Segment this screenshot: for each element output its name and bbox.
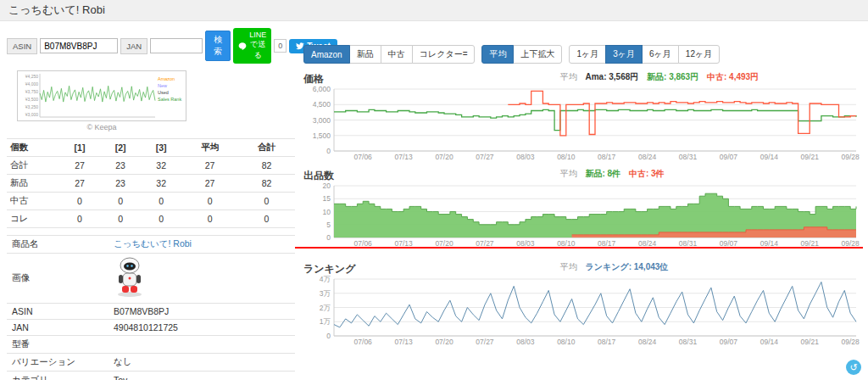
filter-new-button[interactable]: 新品 [349, 45, 381, 64]
counts-header: [3] [141, 139, 181, 157]
scroll-top-button[interactable]: ↺ [846, 360, 861, 375]
counts-header-row: 個数 [1] [2] [3] 平均 合計 [7, 139, 295, 157]
row-label: 中古 [7, 193, 59, 210]
listings-chart-title: 出品数 [303, 170, 334, 182]
left-panel: ASIN JAN 検索 LINEで送る 0 Tweet [7, 28, 295, 380]
svg-text:09/28: 09/28 [842, 153, 860, 161]
svg-text:08/17: 08/17 [598, 153, 616, 161]
cell: 23 [100, 157, 141, 175]
row-label: 新品 [7, 175, 59, 193]
svg-text:Sales Rank: Sales Rank [158, 97, 181, 102]
asin-input[interactable] [40, 38, 118, 53]
average-toggle-button[interactable]: 平均 [481, 45, 514, 64]
search-button[interactable]: 検索 [205, 31, 231, 61]
row-label: ASIN [7, 304, 108, 320]
price-chart-title: 価格 [303, 73, 324, 85]
table-row: 合計 27 23 32 27 82 [7, 157, 295, 175]
svg-text:0: 0 [326, 233, 331, 242]
svg-text:08/31: 08/31 [679, 338, 698, 346]
ranking-chart-title: ランキング [303, 263, 355, 275]
row-label: 画像 [7, 254, 108, 304]
legend-new-price: 新品: 3,863円 [647, 72, 698, 81]
page-header: こっちむいて! Robi [0, 0, 868, 21]
asin-label: ASIN [7, 38, 37, 54]
cell: 23 [100, 175, 141, 193]
svg-text:07/20: 07/20 [435, 338, 453, 346]
svg-text:15: 15 [323, 194, 331, 203]
red-divider-line [295, 247, 863, 249]
svg-text:07/06: 07/06 [354, 153, 373, 161]
main-content: ASIN JAN 検索 LINEで送る 0 Tweet [0, 21, 868, 380]
keepa-thumbnail-chart[interactable]: ¥4,250¥4,000¥3,750¥3,500¥3,250¥3,000Amaz… [17, 70, 186, 121]
filter-amazon-button[interactable]: Amazon [303, 45, 350, 64]
price-chart-section: 価格 平均 Ama: 3,568円 新品: 3,863円 中古: 4,493円 … [303, 70, 861, 162]
table-row: ASIN B07M8VB8PJ [7, 304, 295, 320]
svg-text:¥3,750: ¥3,750 [25, 89, 39, 94]
cell: 0 [59, 210, 100, 228]
svg-text:¥4,000: ¥4,000 [25, 81, 39, 87]
ranking-chart[interactable]: 01万2万3万4万07/0607/1307/2007/2708/0308/100… [303, 276, 861, 347]
svg-text:07/13: 07/13 [394, 338, 413, 346]
ranking-chart-section: ランキング 平均 ランキング: 14,043位 01万2万3万4万07/0607… [303, 260, 861, 347]
cell: 0 [141, 193, 181, 210]
cell: 0 [141, 210, 181, 228]
legend-avg-rank: ランキング: 14,043位 [585, 262, 668, 271]
cell: 27 [59, 157, 100, 175]
product-name-link[interactable]: こっちむいて! Robi [114, 238, 192, 249]
table-row: カテゴリ Toy [7, 372, 295, 380]
line-icon [238, 42, 247, 50]
cell: 4904810121725 [108, 320, 295, 336]
filter-collector-button[interactable]: コレクター= [412, 45, 476, 64]
svg-text:08/03: 08/03 [516, 338, 535, 346]
jan-label: JAN [120, 38, 147, 54]
cell: 32 [141, 175, 181, 193]
table-row: 中古 0 0 0 0 0 [7, 193, 295, 210]
svg-text:09/21: 09/21 [801, 153, 820, 161]
svg-text:4万: 4万 [320, 276, 331, 283]
row-label: コレ [7, 210, 59, 228]
legend-used-count: 中古: 3件 [629, 169, 665, 178]
row-label: 合計 [7, 157, 59, 175]
range-1month-button[interactable]: 1ヶ月 [569, 45, 606, 64]
svg-text:08/31: 08/31 [679, 153, 698, 161]
cell: 0 [238, 210, 295, 228]
range-6month-button[interactable]: 6ヶ月 [642, 45, 679, 64]
svg-text:08/24: 08/24 [638, 153, 657, 161]
keepa-thumbnail: ¥4,250¥4,000¥3,750¥3,500¥3,250¥3,000Amaz… [17, 70, 186, 131]
table-row: バリエーション なし [7, 354, 295, 372]
price-chart[interactable]: 01,5003,0004,5006,00007/0607/1307/2007/2… [303, 86, 861, 162]
svg-text:1万: 1万 [320, 317, 331, 326]
range-12month-button[interactable]: 12ヶ月 [678, 45, 720, 64]
svg-text:08/24: 08/24 [638, 338, 657, 346]
cell: なし [108, 354, 295, 372]
table-row: 新品 27 23 32 27 82 [7, 175, 295, 193]
svg-text:¥3,500: ¥3,500 [25, 97, 39, 102]
listings-chart[interactable]: 0510152007/0607/1307/2007/2708/0308/1008… [303, 182, 861, 249]
cell: 82 [238, 175, 295, 193]
listings-chart-legend: 平均 新品: 8件 中古: 3件 [560, 168, 670, 180]
product-details-table: 商品名 こっちむいて! Robi 画像 [7, 235, 295, 380]
svg-text:08/17: 08/17 [598, 338, 616, 346]
svg-text:¥3,250: ¥3,250 [25, 104, 39, 109]
legend-used-price: 中古: 4,493円 [707, 72, 759, 81]
counts-header: [1] [59, 139, 100, 157]
svg-text:09/07: 09/07 [720, 338, 738, 346]
range-3month-button[interactable]: 3ヶ月 [605, 45, 643, 64]
svg-text:3,000: 3,000 [313, 116, 331, 125]
jan-input[interactable] [150, 38, 203, 53]
series-filter-group: Amazon 新品 中古 コレクター= [303, 45, 475, 64]
svg-text:0: 0 [326, 147, 331, 155]
table-row: 商品名 こっちむいて! Robi [7, 236, 295, 254]
svg-text:Amazon: Amazon [158, 76, 175, 81]
legend-avg-label: 平均 [560, 262, 577, 271]
price-chart-legend: 平均 Ama: 3,568円 新品: 3,863円 中古: 4,493円 [560, 71, 765, 83]
table-row: 型番 [7, 336, 295, 354]
filter-used-button[interactable]: 中古 [381, 45, 413, 64]
cell: 0 [100, 210, 141, 228]
legend-avg-label: 平均 [560, 169, 577, 178]
expand-vertical-button[interactable]: 上下拡大 [513, 45, 562, 64]
table-row: 画像 [7, 254, 295, 304]
cell: 82 [238, 157, 295, 175]
line-share-button[interactable]: LINEで送る [233, 28, 271, 64]
cell: 0 [238, 193, 295, 210]
